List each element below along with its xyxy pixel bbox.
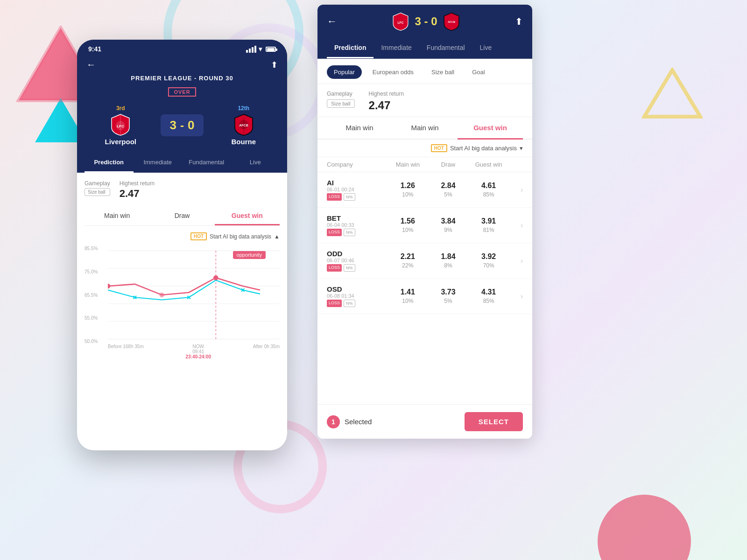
- gameplay-label: Gameplay: [85, 180, 110, 187]
- highest-return-label: Highest return: [120, 180, 155, 187]
- dp-hot-arrow: ▾: [520, 145, 523, 152]
- team-away-rank: 12th: [238, 105, 249, 112]
- company-date-ai: 06-01 00:24: [327, 187, 388, 192]
- sizeball-badge: Size ball: [85, 188, 110, 196]
- dp-filter-goal[interactable]: Goal: [465, 65, 492, 79]
- bet-guest-win[interactable]: Guest win: [215, 207, 280, 225]
- svg-text:LFC: LFC: [398, 21, 404, 24]
- status-icons: ▾: [246, 45, 276, 53]
- dp-tab-live[interactable]: Live: [472, 38, 500, 58]
- tab-live[interactable]: Live: [231, 153, 280, 173]
- dp-back-button[interactable]: ←: [327, 15, 337, 28]
- y-label-85: 85.5%: [85, 246, 98, 251]
- company-name-bet: BET: [327, 214, 388, 222]
- loss-badge-osd: LOSS: [327, 300, 342, 307]
- n-badge-osd: N%: [344, 300, 355, 307]
- dp-team-away-logo: AFCB: [443, 12, 460, 31]
- dp-team-home-logo: LFC: [392, 12, 409, 31]
- team-away-logo: AFCB: [234, 113, 254, 136]
- phone-chart: 85.5% 75.0% 65.5% 55.0% 50.0% opportunit…: [85, 246, 280, 363]
- dp-hot-row[interactable]: HOT Start AI big data analysis ▾: [317, 140, 532, 157]
- dp-tab-immediate[interactable]: Immediate: [374, 38, 419, 58]
- dp-table-header: Company Main win Draw Guest win: [317, 157, 532, 172]
- svg-text:AFCB: AFCB: [239, 124, 248, 127]
- highest-return-section: Highest return 2.47: [120, 180, 155, 200]
- dp-filter-sizeball[interactable]: Size ball: [424, 65, 461, 79]
- svg-text:LFC: LFC: [117, 124, 124, 128]
- table-row[interactable]: ODD 06-07 00:46 LOSS N% 2.21 22% 1.84 8%…: [317, 243, 532, 279]
- match-score-area: 3rd LFC Liverpool 3 - 0 12th: [77, 101, 287, 153]
- osd-main-win: 1.41 10%: [388, 288, 428, 305]
- gameplay-section: Gameplay Size ball: [85, 180, 110, 196]
- table-row[interactable]: OSD 06-08 01:34 LOSS N% 1.41 10% 3.73 5%…: [317, 279, 532, 314]
- match-title: PREMIER LEAGUE - ROUND 30: [77, 75, 287, 85]
- dp-tab-prediction[interactable]: Prediction: [327, 38, 374, 58]
- score-separator: -: [180, 119, 184, 132]
- tab-prediction[interactable]: Prediction: [85, 153, 134, 173]
- dp-return-label: Highest return: [369, 91, 404, 97]
- team-home-section: 3rd LFC Liverpool: [85, 105, 157, 146]
- company-badges-osd: LOSS N%: [327, 300, 388, 307]
- th-empty: [509, 161, 523, 168]
- dp-bet-main-win-1[interactable]: Main win: [327, 117, 392, 140]
- th-draw: Draw: [428, 161, 469, 168]
- company-date-odd: 06-07 00:46: [327, 258, 388, 263]
- svg-point-15: [213, 275, 218, 280]
- dp-gameplay-row: Gameplay Size ball Highest return 2.47: [317, 84, 532, 117]
- dp-filter-european[interactable]: European odds: [366, 65, 421, 79]
- tab-immediate[interactable]: Immediate: [134, 153, 183, 173]
- dp-bet-guest-win[interactable]: Guest win: [458, 117, 523, 140]
- x-label-after: After 0h 35m: [253, 344, 280, 349]
- deco-pink-bottom: [598, 495, 691, 560]
- company-ai: AI 06-01 00:24 LOSS N%: [327, 179, 388, 201]
- dp-filter-popular[interactable]: Popular: [327, 65, 362, 79]
- score-home: 3: [170, 118, 176, 133]
- dp-gameplay-section: Gameplay Size ball: [327, 91, 355, 112]
- phone-hot-analysis[interactable]: HOT Start AI big data analysis ▲: [85, 232, 280, 240]
- chart-y-labels: 85.5% 75.0% 65.5% 55.0% 50.0%: [85, 246, 98, 344]
- table-row[interactable]: BET 06-04 00:33 LOSS N% 1.56 10% 3.84 9%…: [317, 208, 532, 243]
- score-display: 3 - 0: [161, 114, 204, 136]
- company-badges-odd: LOSS N%: [327, 264, 388, 272]
- phone-hot-label: Start AI big data analysis: [210, 233, 271, 240]
- odd-draw: 1.84 8%: [428, 252, 469, 269]
- company-osd: OSD 06-08 01:34 LOSS N%: [327, 285, 388, 307]
- phone-tabs: Prediction Immediate Fundamental Live: [77, 153, 287, 173]
- dp-tab-fundamental[interactable]: Fundamental: [419, 38, 472, 58]
- svg-text:AFCB: AFCB: [447, 21, 455, 23]
- odd-chevron: ›: [509, 257, 523, 265]
- dp-score: 3 - 0: [415, 15, 437, 28]
- dp-return-val: 2.47: [369, 99, 391, 112]
- y-label-65: 65.5%: [85, 293, 98, 298]
- company-name-ai: AI: [327, 179, 388, 187]
- dp-body: Popular European odds Size ball Goal Gam…: [317, 59, 532, 404]
- loss-badge-odd: LOSS: [327, 264, 342, 272]
- dp-tabs: Prediction Immediate Fundamental Live: [317, 38, 532, 59]
- dp-bet-main-win-2[interactable]: Main win: [392, 117, 458, 140]
- company-badges-bet: LOSS N%: [327, 229, 388, 236]
- bet-guest-win: 3.91 81%: [468, 217, 509, 234]
- phone-body: Gameplay Size ball Highest return 2.47 M…: [77, 173, 287, 450]
- dp-filter-tabs: Popular European odds Size ball Goal: [317, 59, 532, 84]
- dp-footer: 1 Selected SELECT: [317, 404, 532, 439]
- dp-bet-options: Main win Main win Guest win: [317, 117, 532, 140]
- score-away: 0: [188, 118, 194, 133]
- bet-main-win[interactable]: Main win: [85, 207, 149, 225]
- ai-chevron: ›: [509, 186, 523, 194]
- team-away-section: 12th AFCB Bourne: [207, 105, 280, 146]
- dp-hot-badge: HOT: [431, 144, 447, 152]
- bet-draw[interactable]: Draw: [149, 207, 214, 225]
- table-row[interactable]: AI 06-01 00:24 LOSS N% 1.26 10% 2.84 5% …: [317, 172, 532, 208]
- tab-fundamental[interactable]: Fundamental: [182, 153, 231, 173]
- phone-share-icon[interactable]: ⬆: [271, 60, 278, 70]
- x-label-now: NOW 09:41 23:40-24:00: [185, 344, 211, 359]
- dp-share-icon[interactable]: ⬆: [515, 16, 523, 27]
- n-badge-odd: N%: [344, 264, 355, 272]
- phone-back-button[interactable]: ←: [86, 59, 96, 70]
- loss-badge-bet: LOSS: [327, 229, 342, 236]
- team-home-rank: 3rd: [116, 105, 125, 112]
- odd-guest-win: 3.92 70%: [468, 252, 509, 269]
- phone-bet-options: Main win Draw Guest win: [85, 207, 280, 226]
- dp-select-button[interactable]: SELECT: [465, 412, 523, 431]
- dp-header: ← LFC 3 - 0 AFCB ⬆: [317, 5, 532, 38]
